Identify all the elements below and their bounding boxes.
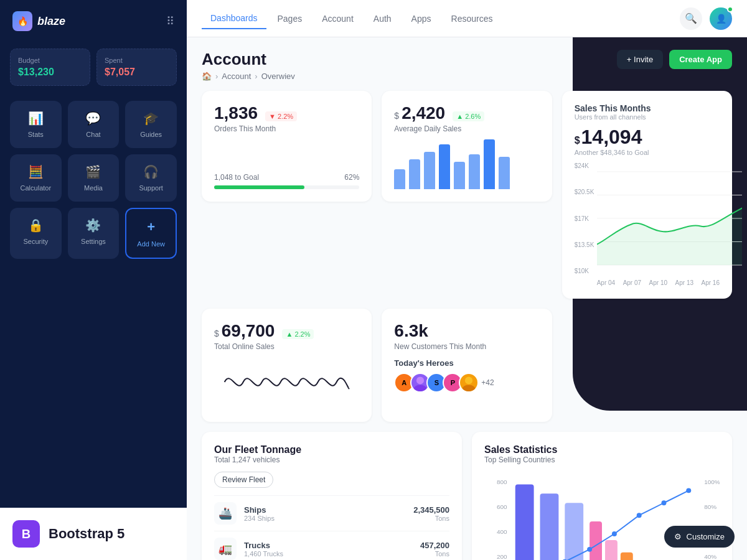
search-button[interactable]: 🔍 <box>680 7 702 30</box>
tab-account[interactable]: Account <box>313 9 362 29</box>
daily-sales-change: ▲ 2.6% <box>453 111 484 121</box>
fleet-row-trucks: 🚛 Trucks 1,460 Trucks 457,200 Tons <box>214 531 449 560</box>
budget-value: $13,230 <box>18 67 82 78</box>
progress-section: 1,048 to Goal 62% <box>214 173 359 189</box>
sidebar-item-calculator[interactable]: 🧮 Calculator <box>10 154 62 202</box>
trucks-icon: 🚛 <box>214 538 237 560</box>
sidebar-item-stats[interactable]: 📊 Stats <box>10 101 62 148</box>
content-inner: Account 🏠 › Account › Overwiev + Invite … <box>202 50 732 560</box>
review-fleet-button[interactable]: Review Fleet <box>214 472 273 488</box>
breadcrumb-home[interactable]: 🏠 <box>202 72 212 81</box>
tab-resources[interactable]: Resources <box>443 9 502 29</box>
svg-rect-15 <box>565 503 583 560</box>
sidebar: 🔥 blaze ⠿ Budget $13,230 Spent $7,057 📊 … <box>0 0 187 560</box>
fleet-subtitle: Total 1,247 vehicles <box>214 455 449 464</box>
spent-value: $7,057 <box>105 67 169 78</box>
stats-icon: 📊 <box>28 111 44 126</box>
sales-stats-subtitle: Top Selling Countries <box>484 455 720 464</box>
svg-rect-16 <box>590 521 602 560</box>
calculator-icon: 🧮 <box>28 164 44 179</box>
sidebar-item-media[interactable]: 🎬 Media <box>68 154 120 202</box>
sidebar-menu-icon[interactable]: ⠿ <box>166 14 174 28</box>
sales-stats-title: Sales Statistics <box>484 444 720 455</box>
online-sales-prefix: $ <box>214 329 219 338</box>
progress-fill <box>214 185 304 189</box>
svg-text:800: 800 <box>497 478 507 485</box>
sales-month-card: Sales This Months Users from all channel… <box>562 91 732 299</box>
page-title-area: Account 🏠 › Account › Overwiev <box>202 50 295 81</box>
ships-name: Ships <box>244 505 275 515</box>
user-avatar[interactable]: 👤 <box>710 7 732 30</box>
orders-label: Orders This Month <box>214 124 359 133</box>
fleet-title: Our Fleet Tonnage <box>214 444 449 455</box>
bootstrap-letter: B <box>22 527 31 541</box>
tab-dashboards[interactable]: Dashboards <box>202 8 266 29</box>
breadcrumb-current: Overwiev <box>261 72 295 81</box>
logo-icon: 🔥 <box>12 11 32 31</box>
sidebar-header: 🔥 blaze ⠿ <box>0 0 187 42</box>
sidebar-item-support[interactable]: 🎧 Support <box>125 154 177 202</box>
orders-value: 1,836 <box>214 103 258 123</box>
add-new-icon: + <box>147 219 155 235</box>
support-icon: 🎧 <box>143 164 159 179</box>
calculator-label: Calculator <box>21 184 52 192</box>
topnav-right: 🔍 👤 <box>680 7 732 30</box>
topnav-links: Dashboards Pages Account Auth Apps Resou… <box>202 8 501 29</box>
svg-rect-13 <box>515 484 534 560</box>
sales-prefix: $ <box>394 111 399 121</box>
ships-sub: 234 Ships <box>244 515 275 522</box>
bar-7 <box>484 139 495 189</box>
media-label: Media <box>84 184 103 192</box>
online-sales-value: 69,700 <box>222 321 275 341</box>
sales-big-sub: Another $48,346 to Goal <box>575 149 720 156</box>
daily-sales-value: 2,420 <box>402 103 445 123</box>
svg-rect-17 <box>605 540 618 560</box>
breadcrumb-account[interactable]: Account <box>222 72 251 81</box>
chat-icon: 💬 <box>85 111 101 126</box>
header-actions: + Invite Create App <box>617 50 732 69</box>
progress-bar <box>214 185 359 189</box>
breadcrumb: 🏠 › Account › Overwiev <box>202 72 295 81</box>
svg-point-7 <box>465 376 472 384</box>
svg-text:80%: 80% <box>704 503 716 510</box>
line-chart-svg <box>597 162 742 274</box>
content: Account 🏠 › Account › Overwiev + Invite … <box>187 37 747 560</box>
online-sales-card: $ 69,700 ▲ 2.2% Total Online Sales <box>202 309 372 422</box>
topnav: Dashboards Pages Account Auth Apps Resou… <box>187 0 747 37</box>
sales-big-value: 14,094 <box>581 126 642 149</box>
ships-value: 2,345,500 Tons <box>413 505 449 522</box>
svg-point-30 <box>686 488 691 493</box>
heroes-section: Today's Heroes A S P +42 <box>394 358 539 393</box>
sidebar-item-settings[interactable]: ⚙️ Settings <box>68 208 120 259</box>
main: Dashboards Pages Account Auth Apps Resou… <box>187 0 747 560</box>
sidebar-item-security[interactable]: 🔒 Security <box>10 208 62 259</box>
sidebar-item-add-new[interactable]: + Add New <box>125 208 177 259</box>
sidebar-item-guides[interactable]: 🎓 Guides <box>125 101 177 148</box>
media-icon: 🎬 <box>85 164 101 179</box>
support-label: Support <box>139 184 163 192</box>
tab-apps[interactable]: Apps <box>403 9 440 29</box>
progress-text: 1,048 to Goal <box>214 173 259 182</box>
online-sales-label: Total Online Sales <box>214 342 359 351</box>
budget-card: Budget $13,230 <box>10 49 90 86</box>
svg-point-28 <box>637 513 642 518</box>
trucks-sub: 1,460 Trucks <box>244 550 283 558</box>
trucks-name: Trucks <box>244 541 283 550</box>
customize-button[interactable]: ⚙ Customize <box>664 526 735 548</box>
new-customers-label: New Customers This Month <box>394 342 539 351</box>
user-online-badge <box>727 6 733 12</box>
create-app-button[interactable]: Create App <box>669 50 732 69</box>
bar-3 <box>424 152 435 189</box>
fleet-section: Our Fleet Tonnage Total 1,247 vehicles R… <box>202 432 462 560</box>
bar-5 <box>454 162 465 189</box>
x-axis-labels: Apr 04 Apr 07 Apr 10 Apr 13 Apr 16 <box>597 279 720 286</box>
tab-auth[interactable]: Auth <box>365 9 400 29</box>
tab-pages[interactable]: Pages <box>269 9 311 29</box>
svg-text:600: 600 <box>497 503 507 510</box>
sidebar-item-chat[interactable]: 💬 Chat <box>68 101 120 148</box>
invite-button[interactable]: + Invite <box>617 50 663 69</box>
trucks-value: 457,200 Tons <box>420 541 449 558</box>
guides-label: Guides <box>140 131 162 138</box>
daily-sales-label: Average Daily Sales <box>394 124 539 133</box>
hero-avatars: A S P +42 <box>394 373 539 393</box>
